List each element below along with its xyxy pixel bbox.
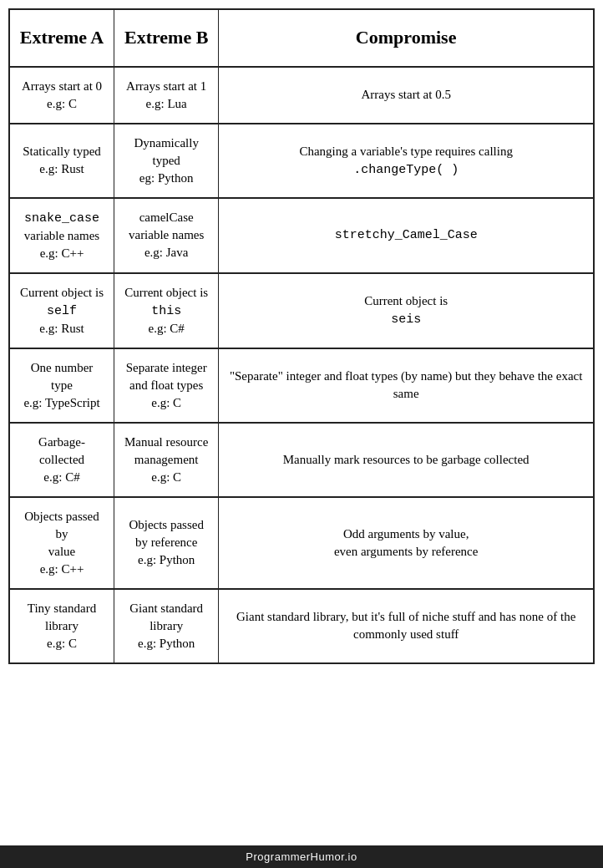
- table-row: Tiny standardlibrarye.g: CGiant standard…: [9, 589, 594, 663]
- cell-row1-col-a: Statically typede.g: Rust: [9, 124, 114, 198]
- table-row: One number typee.g: TypeScriptSeparate i…: [9, 348, 594, 423]
- cell-row2-col-b: camelCasevariable namese.g: Java: [114, 198, 219, 273]
- footer: ProgrammerHumor.io: [0, 845, 603, 868]
- cell-row5-col-c: Manually mark resources to be garbage co…: [219, 423, 594, 497]
- cell-row2-col-a: snake_casevariable namese.g: C++: [9, 198, 114, 273]
- header-extreme-b: Extreme B: [114, 9, 219, 67]
- header-compromise: Compromise: [219, 9, 594, 67]
- table-row: Objects passed byvaluee.g: C++Objects pa…: [9, 497, 594, 589]
- table-row: Garbage-collectede.g: C#Manual resourcem…: [9, 423, 594, 497]
- cell-row7-col-c: Giant standard library, but it's full of…: [219, 589, 594, 663]
- table-row: snake_casevariable namese.g: C++camelCas…: [9, 198, 594, 273]
- cell-row6-col-b: Objects passedby referencee.g: Python: [114, 497, 219, 589]
- cell-row4-col-c: "Separate" integer and float types (by n…: [219, 348, 594, 423]
- header-extreme-a: Extreme A: [9, 9, 114, 67]
- cell-row0-col-c: Arrays start at 0.5: [219, 67, 594, 124]
- cell-row7-col-b: Giant standardlibrarye.g: Python: [114, 589, 219, 663]
- comparison-table: Extreme A Extreme B Compromise Arrays st…: [8, 8, 595, 664]
- cell-row4-col-a: One number typee.g: TypeScript: [9, 348, 114, 423]
- cell-row5-col-b: Manual resourcemanagemente.g: C: [114, 423, 219, 497]
- table-row: Current object isselfe.g: RustCurrent ob…: [9, 273, 594, 348]
- table-container: Extreme A Extreme B Compromise Arrays st…: [0, 0, 603, 845]
- cell-row0-col-b: Arrays start at 1e.g: Lua: [114, 67, 219, 124]
- cell-row6-col-c: Odd arguments by value,even arguments by…: [219, 497, 594, 589]
- table-row: Arrays start at 0e.g: CArrays start at 1…: [9, 67, 594, 124]
- cell-row2-col-c: stretchy_Camel_Case: [219, 198, 594, 273]
- cell-row0-col-a: Arrays start at 0e.g: C: [9, 67, 114, 124]
- table-row: Statically typede.g: RustDynamically typ…: [9, 124, 594, 198]
- cell-row3-col-a: Current object isselfe.g: Rust: [9, 273, 114, 348]
- footer-text: ProgrammerHumor.io: [246, 850, 357, 863]
- cell-row3-col-b: Current object isthise.g: C#: [114, 273, 219, 348]
- cell-row3-col-c: Current object isseis: [219, 273, 594, 348]
- cell-row5-col-a: Garbage-collectede.g: C#: [9, 423, 114, 497]
- cell-row4-col-b: Separate integerand float typese.g: C: [114, 348, 219, 423]
- cell-row1-col-c: Changing a variable's type requires call…: [219, 124, 594, 198]
- cell-row7-col-a: Tiny standardlibrarye.g: C: [9, 589, 114, 663]
- cell-row6-col-a: Objects passed byvaluee.g: C++: [9, 497, 114, 589]
- cell-row1-col-b: Dynamically typedeg: Python: [114, 124, 219, 198]
